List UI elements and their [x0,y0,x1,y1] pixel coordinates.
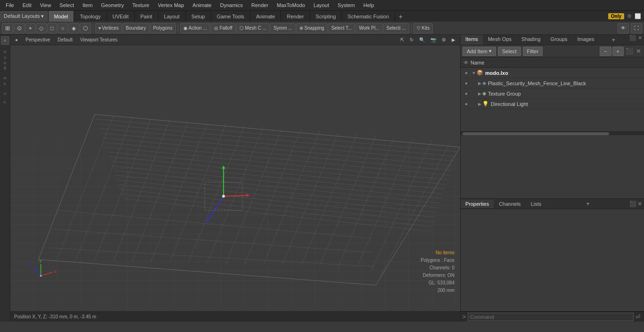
item-modo-lxo[interactable]: ● ▼ 📦 modo.lxo [461,68,644,78]
panel-tab-images[interactable]: Images [573,35,600,45]
props-tab-properties[interactable]: Properties [461,200,494,208]
expand-texture-group[interactable]: ▶ [477,91,482,96]
props-tab-channels[interactable]: Channels [494,200,526,208]
menu-file[interactable]: File [2,1,18,9]
panel-tab-mesh-ops[interactable]: Mesh Ops [483,35,517,45]
item-directional-light[interactable]: ● ▶ 💡 Directional Light [461,99,644,109]
command-submit-btn[interactable]: ⏎ [634,313,642,321]
item-texture-group[interactable]: ● ▶ ◆ Texture Group [461,89,644,99]
panel-tab-add[interactable]: + [608,35,619,45]
menu-animate[interactable]: Animate [189,1,215,9]
viewport-canvas[interactable]: X Y Z No Items Polygons : Face Channels:… [10,45,460,311]
eye-modo-lxo[interactable]: ● [462,69,470,77]
tb-select-tool[interactable]: Select T... [328,23,355,33]
tb-mode1[interactable]: ⊞ [2,23,13,33]
item-plastic-mesh[interactable]: ● ▶ ◈ Plastic_Security_Mesh_Fence_Line_B… [461,78,644,89]
layout-add-tab[interactable]: + [395,11,406,22]
vp-icon-refresh[interactable]: ↻ [408,37,415,43]
tab-render[interactable]: Render [281,11,310,22]
panel-settings-icon[interactable]: ✕ [638,35,642,45]
vp-icon-settings[interactable]: ⚙ [440,37,448,43]
sidebar-btn-1[interactable]: ≡ [1,36,9,45]
items-settings-icon[interactable]: ✕ [635,47,642,56]
layout-dropdown[interactable]: Default Layouts ▾ [0,11,49,22]
panel-tab-groups[interactable]: Groups [545,35,572,45]
scrollbar-thumb[interactable] [462,132,609,135]
tab-animate[interactable]: Animate [250,11,281,22]
props-close-icon[interactable]: ✕ [637,201,642,207]
tb-boundary[interactable]: Boundary [123,23,149,33]
props-tab-lists[interactable]: Lists [526,200,547,208]
tb-action[interactable]: ◉ Action ... [180,23,210,33]
menu-system[interactable]: System [334,1,359,9]
panel-tab-items[interactable]: Items [461,35,483,45]
tab-uvedit[interactable]: UVEdit [107,11,135,22]
vp-icon-play[interactable]: ▶ [450,37,457,43]
vp-icon-camera[interactable]: 📷 [429,37,438,43]
tb-vertices[interactable]: ▾ Vertices [95,23,122,33]
vp-icon-home[interactable]: ⇱ [398,37,406,43]
tb-selecti[interactable]: Selecti ... [383,23,409,33]
menu-render[interactable]: Render [248,1,272,9]
menu-layout[interactable]: Layout [310,1,333,9]
add-item-button[interactable]: Add Item ▾ [462,47,496,56]
eye-directional-light[interactable]: ● [462,100,470,108]
panel-tab-shading[interactable]: Shading [517,35,545,45]
expand-modo-lxo[interactable]: ▼ [471,71,477,75]
menu-edit[interactable]: Edit [19,1,35,9]
tb-falloff[interactable]: ◎ Falloff [211,23,236,33]
tb-kits[interactable]: ▽ Kits [413,23,433,33]
items-scrollbar[interactable] [461,131,644,135]
tab-game-tools[interactable]: Game Tools [211,11,251,22]
menu-vertex-map[interactable]: Vertex Map [154,1,188,9]
tb-mode2[interactable]: ⊙ [14,23,25,33]
command-prompt[interactable]: > [462,314,466,320]
tab-scripting[interactable]: Scripting [310,11,342,22]
settings-icon[interactable]: ⚙ [627,13,632,19]
eye-texture-group[interactable]: ● [462,90,470,97]
vp-default[interactable]: Default [56,37,74,43]
menu-view[interactable]: View [36,1,55,9]
tab-setup[interactable]: Setup [186,11,211,22]
tb-rotate[interactable]: ○ [58,23,67,33]
tb-mode4[interactable]: ◇ [36,23,47,33]
props-tab-add[interactable]: + [582,199,594,209]
tb-work-plane[interactable]: Work Pl... [355,23,382,33]
panel-expand-icon[interactable]: ⬛ [629,35,636,45]
props-expand-icon[interactable]: ⬛ [629,201,636,207]
items-expand-icon[interactable]: ⬛ [625,47,634,56]
vp-perspective[interactable]: Perspective [24,37,52,43]
items-plus-btn[interactable]: + [612,47,624,56]
menu-maxtomodo[interactable]: MaxToModo [273,1,309,9]
command-input[interactable] [468,313,634,321]
tb-mesh-c[interactable]: ⬡ Mesh C ... [236,23,270,33]
only-badge[interactable]: Only [608,13,624,19]
tb-snap[interactable]: ⬡ [80,23,91,33]
tb-polygons[interactable]: Polygons [150,23,176,33]
tb-mode3[interactable]: ⌖ [25,23,35,33]
select-button[interactable]: Select [498,47,521,56]
tab-paint[interactable]: Paint [135,11,158,22]
tb-fullscreen[interactable]: ⛶ [631,23,642,33]
tab-layout[interactable]: Layout [158,11,186,22]
menu-item[interactable]: Item [79,1,96,9]
tb-snapping[interactable]: ⊕ Snapping [296,23,328,33]
tab-topology[interactable]: Topology [74,11,107,22]
maximize-icon[interactable]: ⬜ [635,13,641,19]
items-minus-btn[interactable]: − [600,47,611,56]
menu-help[interactable]: Help [360,1,378,9]
vp-dot[interactable]: ● [13,37,20,43]
tab-model[interactable]: Model [49,11,74,22]
tab-schematic-fusion[interactable]: Schematic Fusion [342,11,395,22]
tb-symm[interactable]: Symm ... [270,23,295,33]
vp-viewport-textures[interactable]: Viewport Textures [78,37,119,43]
tb-vr[interactable]: 👁 [618,23,629,33]
tb-transform[interactable]: □ [47,23,57,33]
vp-icon-zoom[interactable]: 🔍 [417,37,427,43]
tb-scale[interactable]: ◈ [68,23,79,33]
menu-geometry[interactable]: Geometry [97,1,127,9]
menu-dynamics[interactable]: Dynamics [216,1,247,9]
menu-texture[interactable]: Texture [129,1,153,9]
expand-directional-light[interactable]: ▶ [477,102,482,106]
eye-plastic-mesh[interactable]: ● [462,80,470,87]
